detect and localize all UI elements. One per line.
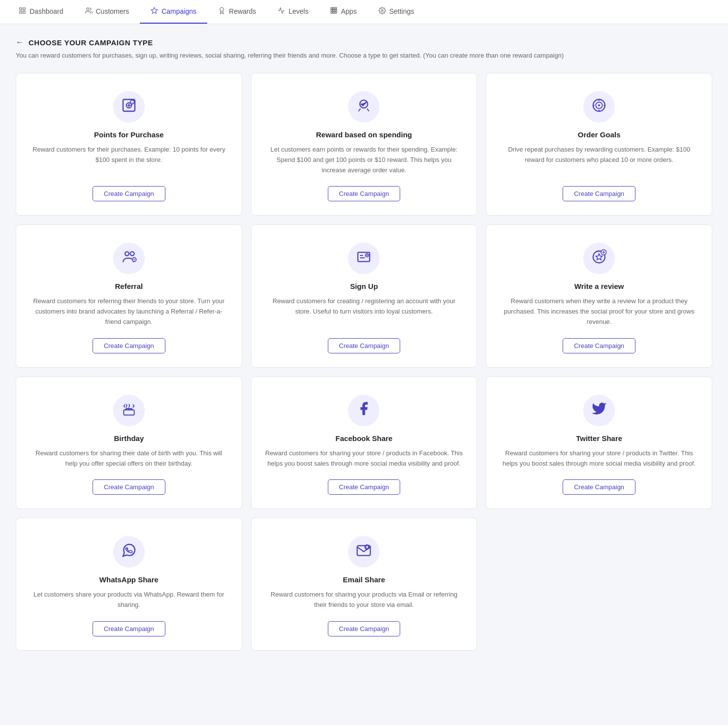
svg-rect-0 — [20, 8, 22, 10]
svg-rect-3 — [23, 11, 25, 13]
nav-label-dashboard: Dashboard — [30, 7, 63, 15]
campaign-card-whatsapp: WhatsApp Share Let customers share your … — [16, 518, 242, 651]
card-icon-wrapper-email — [348, 536, 380, 568]
svg-rect-9 — [335, 7, 337, 9]
settings-icon — [379, 7, 386, 16]
card-icon-wrapper-birthday — [113, 395, 145, 426]
card-icon-wrapper-spending — [348, 91, 380, 123]
card-icon-wrapper-twitter — [583, 395, 615, 426]
create-campaign-btn-3[interactable]: Create Campaign — [93, 338, 165, 353]
levels-icon — [278, 7, 285, 16]
campaign-desc-3: Reward customers for referring their fri… — [30, 296, 228, 327]
page-subtitle: You can reward customers for purchases, … — [16, 52, 712, 59]
rewards-icon — [218, 7, 225, 16]
svg-rect-12 — [335, 10, 337, 11]
write-review-icon — [591, 249, 607, 268]
campaign-title-10: Email Share — [343, 575, 385, 584]
campaign-title-0: Points for Purchase — [94, 130, 164, 139]
card-icon-wrapper-facebook — [348, 395, 380, 426]
page-header: ← CHOOSE YOUR CAMPAIGN TYPE — [16, 38, 712, 47]
svg-rect-30 — [360, 255, 363, 256]
create-campaign-btn-2[interactable]: Create Campaign — [563, 186, 635, 201]
svg-rect-8 — [333, 7, 334, 9]
campaign-desc-0: Reward customers for their purchases. Ex… — [30, 145, 228, 175]
campaign-card-points-purchase: + Points for Purchase Reward customers f… — [16, 73, 242, 216]
svg-point-26 — [130, 252, 134, 255]
reward-spending-icon — [356, 97, 372, 117]
nav-item-campaigns[interactable]: Campaigns — [140, 0, 207, 24]
campaign-desc-1: Let customers earn points or rewards for… — [265, 145, 463, 175]
card-icon-wrapper-signup — [348, 243, 380, 274]
create-campaign-btn-10[interactable]: Create Campaign — [328, 621, 401, 636]
svg-point-25 — [125, 252, 129, 255]
svg-rect-31 — [360, 257, 365, 258]
nav-label-campaigns: Campaigns — [161, 7, 196, 15]
whatsapp-icon — [121, 542, 137, 562]
campaigns-grid-row1: + Points for Purchase Reward customers f… — [16, 73, 712, 651]
campaign-card-referral: + Referral Reward customers for referrin… — [16, 224, 242, 367]
app-container: Dashboard Customers Campaigns Rewards Le… — [0, 0, 728, 727]
campaign-card-birthday: Birthday Reward customers for sharing th… — [16, 377, 242, 509]
create-campaign-btn-8[interactable]: Create Campaign — [563, 479, 635, 495]
back-arrow-icon[interactable]: ← — [16, 38, 24, 47]
campaign-card-facebook: Facebook Share Reward customers for shar… — [251, 377, 477, 509]
campaign-desc-2: Drive repeat purchases by rewarding cust… — [500, 145, 698, 175]
campaign-title-3: Referral — [115, 282, 143, 290]
svg-text:+: + — [133, 258, 135, 261]
dashboard-icon — [19, 7, 26, 16]
campaign-title-9: WhatsApp Share — [99, 575, 158, 584]
campaign-desc-5: Reward customers when they write a revie… — [500, 296, 698, 327]
sign-up-icon — [356, 249, 372, 268]
create-campaign-btn-9[interactable]: Create Campaign — [93, 621, 165, 636]
nav-item-dashboard[interactable]: Dashboard — [8, 0, 74, 24]
nav-item-levels[interactable]: Levels — [267, 0, 319, 24]
create-campaign-btn-5[interactable]: Create Campaign — [563, 338, 635, 353]
create-campaign-btn-4[interactable]: Create Campaign — [328, 338, 401, 353]
campaign-desc-7: Reward customers for sharing your store … — [265, 448, 463, 469]
svg-rect-10 — [331, 10, 332, 11]
create-campaign-btn-0[interactable]: Create Campaign — [93, 186, 165, 201]
create-campaign-btn-6[interactable]: Create Campaign — [93, 479, 165, 495]
svg-rect-1 — [23, 8, 25, 10]
create-campaign-btn-1[interactable]: Create Campaign — [328, 186, 401, 201]
email-icon — [356, 542, 372, 562]
nav-item-rewards[interactable]: Rewards — [207, 0, 267, 24]
page-title: CHOOSE YOUR CAMPAIGN TYPE — [29, 38, 153, 47]
apps-icon — [330, 7, 338, 16]
campaign-title-2: Order Goals — [578, 130, 621, 139]
campaign-desc-6: Reward customers for sharing their date … — [30, 448, 228, 469]
customers-icon — [85, 7, 93, 16]
campaign-desc-10: Reward customers for sharing your produc… — [265, 590, 463, 610]
nav-item-customers[interactable]: Customers — [74, 0, 140, 24]
campaign-title-6: Birthday — [114, 434, 144, 443]
svg-point-24 — [598, 104, 600, 106]
nav-label-levels: Levels — [288, 7, 308, 15]
campaign-card-sign-up: Sign Up Reward customers for creating / … — [251, 224, 477, 367]
campaign-card-write-review: Write a review Reward customers when the… — [486, 224, 712, 367]
svg-rect-36 — [124, 410, 134, 415]
points-purchase-icon: + — [121, 97, 137, 117]
nav-item-settings[interactable]: Settings — [368, 0, 425, 24]
svg-point-6 — [220, 7, 224, 11]
nav-bar: Dashboard Customers Campaigns Rewards Le… — [0, 0, 728, 24]
card-icon-wrapper-whatsapp — [113, 536, 145, 568]
svg-rect-2 — [20, 11, 22, 13]
card-icon-wrapper-points: + — [113, 91, 145, 123]
nav-label-settings: Settings — [389, 7, 414, 15]
svg-rect-7 — [331, 7, 332, 9]
nav-item-apps[interactable]: Apps — [319, 0, 368, 24]
campaign-card-email: Email Share Reward customers for sharing… — [251, 518, 477, 651]
campaign-desc-9: Let customers share your products via Wh… — [30, 590, 228, 610]
svg-point-4 — [87, 8, 89, 10]
facebook-icon — [356, 401, 372, 420]
campaign-desc-8: Reward customers for sharing your store … — [500, 448, 698, 469]
svg-marker-5 — [151, 7, 158, 13]
campaign-title-8: Twitter Share — [576, 434, 622, 443]
svg-rect-11 — [333, 10, 334, 11]
campaign-title-4: Sign Up — [350, 282, 378, 290]
campaigns-icon — [151, 7, 158, 16]
svg-rect-13 — [331, 12, 332, 13]
campaign-card-reward-spending: Reward based on spending Let customers e… — [251, 73, 477, 216]
card-icon-wrapper-order — [583, 91, 615, 123]
create-campaign-btn-7[interactable]: Create Campaign — [328, 479, 401, 495]
